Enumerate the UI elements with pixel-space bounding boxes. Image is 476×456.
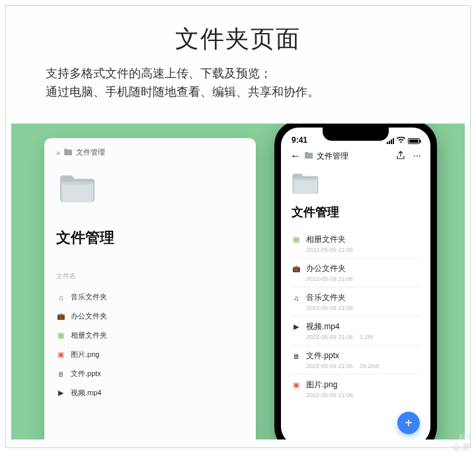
- file-type-icon: [56, 370, 65, 378]
- file-name: 办公文件夹: [306, 263, 346, 274]
- file-date: 2022-05-09 21:06: [306, 276, 353, 282]
- file-row[interactable]: 图片.png: [56, 345, 244, 364]
- breadcrumb[interactable]: » 文件管理: [56, 147, 244, 157]
- file-date: 2022-05-09 21:06: [306, 392, 353, 399]
- breadcrumb-label: 文件管理: [76, 147, 105, 157]
- folder-large-icon: [59, 174, 96, 203]
- phone-page-title: 文件管理: [292, 204, 420, 220]
- desktop-file-list: 音乐文件夹办公文件夹相册文件夹图片.png文件.pptx视频.mp4: [56, 287, 244, 402]
- file-name: 视频.mp4: [306, 321, 340, 332]
- file-size: 1.2M: [360, 334, 373, 340]
- phone-nav-bar: ← 文件管理 ⋯: [281, 146, 430, 166]
- column-header-filename: 文件名: [56, 272, 244, 281]
- desktop-window: » 文件管理 文件管理 文件名 音乐文件夹办公文件夹相册文件夹图片.png文件.…: [44, 138, 256, 439]
- share-icon[interactable]: [396, 151, 405, 162]
- file-size: 34.2KB: [360, 363, 379, 369]
- file-row[interactable]: 相册文件夹2022-05-09 21:06: [292, 229, 420, 258]
- file-type-icon: [292, 294, 301, 302]
- file-type-icon: [56, 313, 65, 320]
- file-row[interactable]: 文件.pptx2022-05-09 21:0634.2KB: [292, 345, 420, 374]
- desc-line-1: 支持多格式文件的高速上传、下载及预览；: [46, 65, 430, 83]
- file-type-icon: [56, 331, 65, 340]
- file-row[interactable]: 图片.png2022-05-09 21:06: [292, 374, 420, 403]
- phone-screen: 9:41 ← 文件管理: [281, 128, 430, 439]
- wifi-icon: [397, 137, 405, 145]
- file-row[interactable]: 办公文件夹: [56, 307, 244, 326]
- file-date: 2022-05-09 21:06: [306, 305, 353, 311]
- file-name: 文件.pptx: [71, 369, 101, 379]
- phone-nav-label: 文件管理: [317, 151, 348, 162]
- file-name: 办公文件夹: [71, 311, 107, 321]
- file-row[interactable]: 音乐文件夹2022-05-09 21:06: [292, 287, 420, 316]
- file-row[interactable]: 文件.pptx: [56, 364, 244, 383]
- file-type-icon: [292, 265, 301, 272]
- file-row[interactable]: 办公文件夹2022-05-09 21:06: [292, 258, 420, 287]
- file-date: 2022-05-09 21:06: [306, 334, 353, 340]
- file-type-icon: [292, 323, 301, 331]
- file-type-icon: [56, 293, 65, 301]
- file-name: 音乐文件夹: [306, 292, 346, 303]
- desc-line-2: 通过电脑、手机随时随地查看、编辑、共享和协作。: [46, 83, 430, 102]
- file-type-icon: [292, 352, 301, 360]
- expand-icon: »: [56, 149, 60, 157]
- status-time: 9:41: [292, 135, 307, 145]
- phone-file-list: 相册文件夹2022-05-09 21:06办公文件夹2022-05-09 21:…: [292, 229, 420, 403]
- file-row[interactable]: 视频.mp4: [56, 383, 244, 402]
- battery-icon: [408, 138, 420, 144]
- file-date: 2022-05-09 21:06: [306, 363, 353, 369]
- file-name: 相册文件夹: [306, 234, 346, 245]
- file-name: 相册文件夹: [71, 330, 107, 340]
- file-row[interactable]: 视频.mp42022-05-09 21:061.2M: [292, 316, 420, 345]
- more-icon[interactable]: ⋯: [413, 151, 421, 161]
- file-type-icon: [292, 235, 301, 244]
- cellular-icon: [387, 138, 394, 144]
- stage-background: » 文件管理 文件管理 文件名 音乐文件夹办公文件夹相册文件夹图片.png文件.…: [11, 124, 465, 439]
- page-main-title: 文件夹页面: [46, 23, 430, 56]
- phone-frame: 9:41 ← 文件管理: [274, 124, 437, 439]
- back-icon[interactable]: ←: [290, 150, 301, 162]
- desktop-page-title: 文件管理: [56, 228, 244, 248]
- file-row[interactable]: 音乐文件夹: [56, 287, 244, 307]
- file-name: 图片.png: [71, 350, 99, 360]
- folder-mini-icon: [64, 149, 72, 157]
- file-type-icon: [56, 389, 65, 397]
- phone-notch: [323, 128, 389, 141]
- file-name: 音乐文件夹: [71, 292, 107, 302]
- folder-mini-icon: [305, 151, 313, 161]
- file-type-icon: [56, 350, 65, 359]
- file-type-icon: [292, 381, 301, 389]
- folder-large-icon: [292, 172, 319, 195]
- watermark: 新浪 众测: [452, 433, 471, 453]
- file-row[interactable]: 相册文件夹: [56, 326, 244, 345]
- add-button[interactable]: +: [397, 412, 420, 434]
- file-date: 2022-05-09 21:06: [306, 247, 353, 253]
- file-name: 视频.mp4: [71, 388, 101, 398]
- file-name: 图片.png: [306, 379, 337, 391]
- file-name: 文件.pptx: [306, 350, 339, 361]
